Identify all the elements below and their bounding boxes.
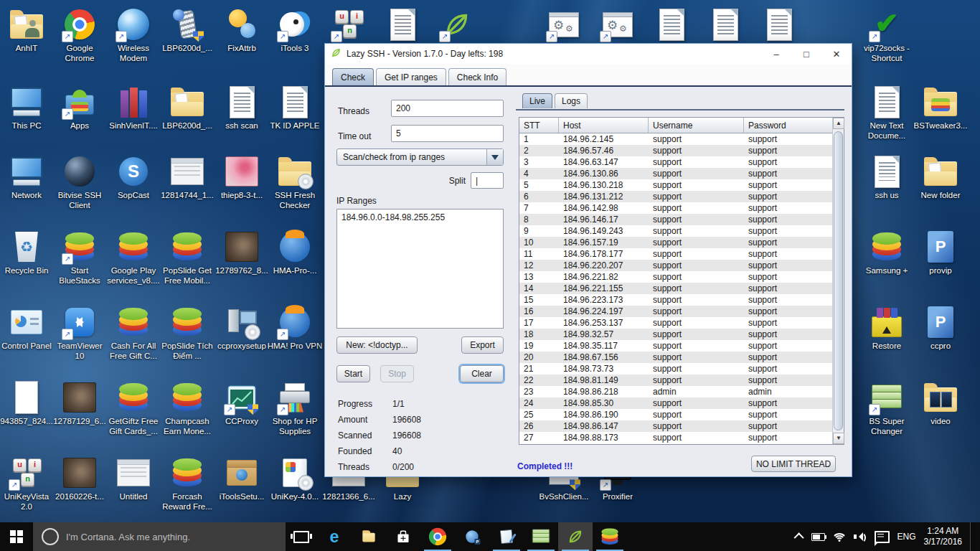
table-row[interactable]: 9184.96.149.243supportsupport: [519, 225, 832, 237]
scan-mode-dropdown[interactable]: Scan/check from ip ranges: [336, 149, 504, 166]
desktop-icon-ccpro[interactable]: Pccpro: [913, 305, 969, 352]
desktop-icon-wireless-modem[interactable]: ↗Wireless Modem: [105, 7, 161, 63]
scroll-up-icon[interactable]: ▲: [833, 118, 844, 129]
desktop-icon-unikey-4-0[interactable]: UniKey-4.0...: [267, 456, 323, 502]
maximize-button[interactable]: □: [791, 44, 821, 64]
desktop-icon-apps[interactable]: ↗Apps: [52, 85, 108, 131]
clock[interactable]: 1:24 AM 3/17/2016: [924, 526, 962, 547]
taskbar-app-edge[interactable]: e: [317, 522, 352, 551]
desktop-icon-20160226-t[interactable]: 20160226-t...: [52, 456, 108, 502]
desktop-icon-ssh-us[interactable]: ssh us: [859, 154, 915, 201]
taskbar-app-windows-store[interactable]: [386, 522, 420, 551]
desktop-icon-new-folder[interactable]: New folder: [913, 154, 969, 201]
cortana-search-box[interactable]: I'm Cortana. Ask me anything.: [33, 522, 286, 551]
desktop-icon-popslide-t-ch-i-m[interactable]: PopSlide Tích Điểm ...: [159, 305, 215, 361]
desktop-icon-forcash-reward-fre[interactable]: Forcash Reward Fre...: [159, 456, 215, 512]
desktop-icon-start-bluestacks[interactable]: ↗Start BlueStacks: [52, 230, 108, 286]
tab-check-info[interactable]: Check Info: [448, 68, 507, 85]
table-row[interactable]: 25184.98.86.190supportsupport: [519, 409, 832, 420]
desktop-icon-hidden-document-11[interactable]: [644, 7, 699, 44]
table-row[interactable]: 5184.96.130.218supportsupport: [519, 179, 832, 191]
table-row[interactable]: 12184.96.220.207supportsupport: [519, 260, 832, 271]
battery-icon[interactable]: [811, 533, 825, 541]
desktop-icon-anhit[interactable]: AnhIT: [0, 7, 55, 54]
minimize-button[interactable]: –: [761, 44, 791, 64]
split-input[interactable]: [471, 172, 504, 189]
tab-check[interactable]: Check: [332, 68, 374, 85]
desktop-icon-champcash-earn-mone[interactable]: Champcash Earn Mone...: [159, 380, 215, 436]
table-row[interactable]: 20184.98.67.156supportsupport: [519, 352, 832, 363]
action-center-icon[interactable]: [875, 531, 890, 543]
table-row[interactable]: 14184.96.221.155supportsupport: [519, 283, 832, 294]
desktop-icon-provip[interactable]: Pprovip: [913, 230, 969, 276]
desktop-icon-bs-super-changer[interactable]: ↗BS Super Changer: [859, 380, 915, 436]
tray-chevron-up-icon[interactable]: [793, 532, 804, 542]
taskbar-app-file-explorer[interactable]: [352, 522, 386, 551]
table-row[interactable]: 7184.96.142.98supportsupport: [519, 202, 832, 214]
taskbar-app-notepad[interactable]: [489, 522, 524, 551]
table-row[interactable]: 15184.96.223.173supportsupport: [519, 294, 832, 306]
table-row[interactable]: 11184.96.178.177supportsupport: [519, 248, 832, 260]
desktop-icon-bitvise-ssh-client[interactable]: Bitvise SSH Client: [52, 154, 108, 210]
desktop-icon-sopcast[interactable]: SSopCast: [105, 154, 161, 201]
desktop-icon-cash-for-all-free-gift-c[interactable]: Cash For All Free Gift C...: [105, 305, 161, 361]
table-row[interactable]: 1184.96.2.145supportsupport: [519, 133, 832, 145]
desktop-icon-hidden-gears-10[interactable]: ⚙⚙↗: [590, 7, 646, 44]
column-header-host[interactable]: Host: [559, 118, 649, 133]
column-header-password[interactable]: Password: [744, 118, 832, 133]
taskbar-app-chrome[interactable]: [420, 522, 455, 551]
desktop-icon-samsung[interactable]: Samsung +: [859, 230, 915, 276]
desktop-icon-hidden-document-12[interactable]: [697, 7, 753, 44]
chevron-down-icon[interactable]: [486, 149, 503, 165]
desktop-icon-hma-pro-vpn[interactable]: ↗HMA! Pro VPN: [267, 305, 323, 352]
desktop-icon-fixattrb[interactable]: FixAttrb: [214, 7, 270, 54]
desktop-icon-bstweaker3[interactable]: BSTweaker3...: [913, 85, 969, 131]
stop-button[interactable]: Stop: [380, 365, 414, 382]
desktop-icon-vip72socks-shortcut[interactable]: ✔↗vip72socks - Shortcut: [859, 7, 915, 63]
desktop-icon-this-pc[interactable]: This PC: [0, 85, 55, 131]
desktop-icon-video[interactable]: video: [913, 380, 969, 427]
table-row[interactable]: 10184.96.157.19supportsupport: [519, 237, 832, 248]
desktop-icon-thiep8-3-t[interactable]: thiep8-3-t...: [214, 154, 270, 201]
clear-button[interactable]: Clear: [460, 365, 504, 382]
desktop-icon-google-play-services-v8[interactable]: Google Play services_v8....: [105, 230, 161, 286]
language-indicator[interactable]: ENG: [897, 532, 916, 542]
table-row[interactable]: 16184.96.224.197supportsupport: [519, 306, 832, 317]
desktop-icon-hidden-unikey-6[interactable]: uin↗: [321, 7, 377, 44]
close-button[interactable]: ✕: [821, 44, 852, 64]
table-row[interactable]: 13184.96.221.82supportsupport: [519, 271, 832, 283]
table-row[interactable]: 18184.98.32.57supportsupport: [519, 329, 832, 340]
table-row[interactable]: 3184.96.63.147supportsupport: [519, 156, 832, 168]
export-button[interactable]: Export: [461, 336, 504, 354]
table-row[interactable]: 8184.96.146.17supportsupport: [519, 214, 832, 225]
table-row[interactable]: 24184.98.85.30supportsupport: [519, 397, 832, 409]
taskbar-app-lazy-ssh[interactable]: [558, 522, 593, 551]
table-row[interactable]: 4184.96.130.86supportsupport: [519, 168, 832, 179]
desktop-icon-12814744-1[interactable]: 12814744_1...: [159, 154, 215, 201]
scroll-down-icon[interactable]: ▼: [833, 433, 844, 444]
table-row[interactable]: 17184.96.253.137supportsupport: [519, 317, 832, 329]
wifi-icon[interactable]: [833, 532, 846, 542]
table-row[interactable]: 19184.98.35.117supportsupport: [519, 340, 832, 352]
table-row[interactable]: 21184.98.73.73supportsupport: [519, 363, 832, 375]
desktop-icon-lbp6200d[interactable]: LBP6200d_...: [159, 7, 215, 54]
desktop-icon-ccproxysetup[interactable]: ccproxysetup: [214, 305, 270, 352]
threads-input[interactable]: [391, 100, 504, 117]
tab-live[interactable]: Live: [522, 93, 552, 108]
taskbar-app-proxifier[interactable]: P: [455, 522, 489, 551]
results-scrollbar[interactable]: ▲ ▼: [832, 118, 844, 444]
column-header-username[interactable]: Username: [649, 118, 744, 133]
desktop-icon-ccproxy[interactable]: ↗CCProxy: [214, 380, 270, 427]
volume-icon[interactable]: [854, 532, 867, 542]
desktop-icon-recycle-bin[interactable]: ♻Recycle Bin: [0, 230, 55, 276]
desktop-icon-hidden-leaf-8[interactable]: ↗: [429, 7, 485, 44]
desktop-icon-943857-824[interactable]: 943857_824...: [0, 380, 55, 427]
taskbar-app-bluestacks[interactable]: [593, 522, 627, 551]
desktop-icon-google-chrome[interactable]: ↗Google Chrome: [52, 7, 108, 63]
desktop-icon-teamviewer-10[interactable]: ↗TeamViewer 10: [52, 305, 108, 361]
desktop-icon-hidden-document-7[interactable]: [374, 7, 430, 44]
no-limit-thread-button[interactable]: NO LIMIT THREAD: [751, 456, 836, 472]
table-row[interactable]: 27184.98.88.173supportsupport: [519, 432, 832, 443]
desktop-icon-untitled[interactable]: Untitled: [105, 456, 161, 502]
desktop-icon-ssh-fresh-checker[interactable]: SSH Fresh Checker: [267, 154, 323, 210]
